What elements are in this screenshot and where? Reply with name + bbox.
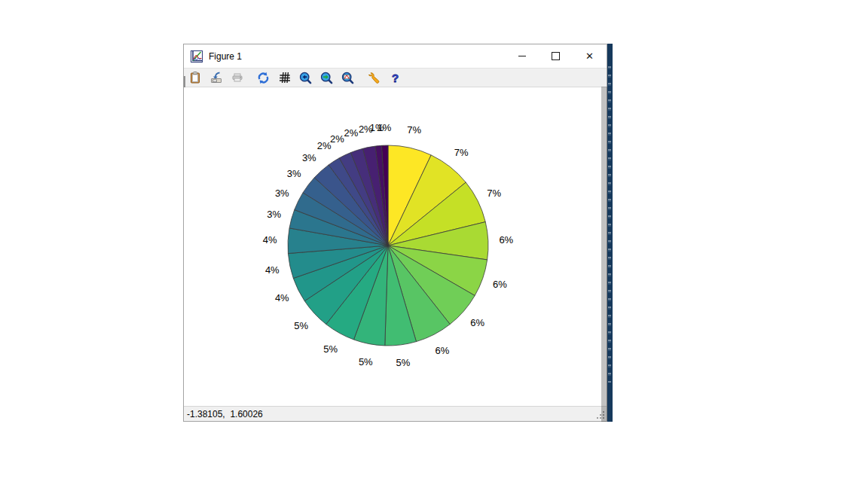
titlebar[interactable]: Figure 1 ✕ (184, 44, 607, 68)
background-minimap-marks (608, 66, 611, 383)
pie-slice-label: 6% (499, 234, 513, 246)
gnuplot-app-icon (191, 50, 203, 63)
pie-slice-label: 6% (436, 345, 450, 356)
clipboard-icon (189, 72, 201, 84)
zoom-next-button[interactable] (319, 71, 334, 85)
pie-slice-label: 5% (396, 357, 411, 368)
refresh-icon (257, 72, 270, 84)
autoscale-button[interactable] (341, 71, 355, 85)
replot-button[interactable] (256, 71, 270, 85)
grid-icon (279, 72, 291, 84)
pie-slice-label: 3% (275, 188, 289, 199)
figure-window: Figure 1 ✕ (183, 44, 607, 422)
close-icon: ✕ (585, 51, 594, 61)
window-shadow (601, 87, 607, 422)
zoom-previous-icon (299, 72, 312, 84)
pie-slice-label: 3% (287, 168, 301, 179)
pie-slice-label: 4% (263, 234, 277, 246)
pie-slice-label: 4% (275, 292, 289, 303)
export-to-file-button[interactable] (209, 71, 223, 85)
toggle-grid-button[interactable] (277, 71, 292, 85)
pie-slice-label: 6% (493, 279, 507, 290)
copy-to-clipboard-button[interactable] (188, 71, 202, 85)
pie-slice-label: 4% (265, 264, 280, 276)
plot-canvas[interactable]: 7%7%7%6%6%6%6%5%5%5%5%4%4%4%3%3%3%3%2%2%… (184, 87, 607, 407)
cursor-coordinates: -1.38105, 1.60026 (187, 409, 263, 419)
printer-icon (231, 72, 243, 84)
statusbar: -1.38105, 1.60026 (184, 406, 607, 421)
toolbar: ? (184, 69, 607, 87)
pie-slice-label: 1% (377, 122, 392, 133)
minimize-button[interactable] (505, 44, 539, 68)
help-icon: ? (392, 72, 399, 84)
zoom-previous-button[interactable] (298, 71, 313, 85)
pie-slice-label: 6% (470, 317, 484, 328)
pie-chart-svg: 7%7%7%6%6%6%6%5%5%5%5%4%4%4%3%3%3%3%2%2%… (184, 87, 607, 407)
window-controls: ✕ (505, 44, 607, 68)
window-title: Figure 1 (209, 51, 242, 62)
pie-slice-label: 5% (359, 356, 373, 368)
pie-slice-label: 7% (454, 147, 469, 158)
background-window-edge (607, 44, 613, 422)
print-button[interactable] (230, 71, 244, 85)
pie-slice-label: 2% (344, 127, 359, 139)
pie-slice-label: 2% (330, 133, 344, 145)
help-button[interactable]: ? (388, 71, 402, 85)
configure-button[interactable] (367, 71, 381, 85)
zoom-next-icon (320, 72, 333, 84)
autoscale-icon (341, 72, 354, 84)
close-button[interactable]: ✕ (573, 44, 607, 68)
pie-slice-label: 3% (302, 152, 316, 163)
pie-slice-label: 3% (267, 209, 281, 220)
pie-slice-label: 7% (487, 188, 501, 199)
desktop: Figure 1 ✕ (0, 0, 868, 488)
pie-slice-label: 5% (323, 343, 338, 355)
wrench-icon (368, 72, 381, 84)
pie-slice-label: 5% (294, 320, 308, 331)
maximize-icon (552, 52, 560, 60)
pie-slice-label: 2% (317, 140, 332, 151)
minimize-icon (518, 56, 526, 56)
export-icon (210, 72, 222, 84)
maximize-button[interactable] (539, 44, 573, 68)
pie-slice-label: 7% (407, 124, 421, 136)
